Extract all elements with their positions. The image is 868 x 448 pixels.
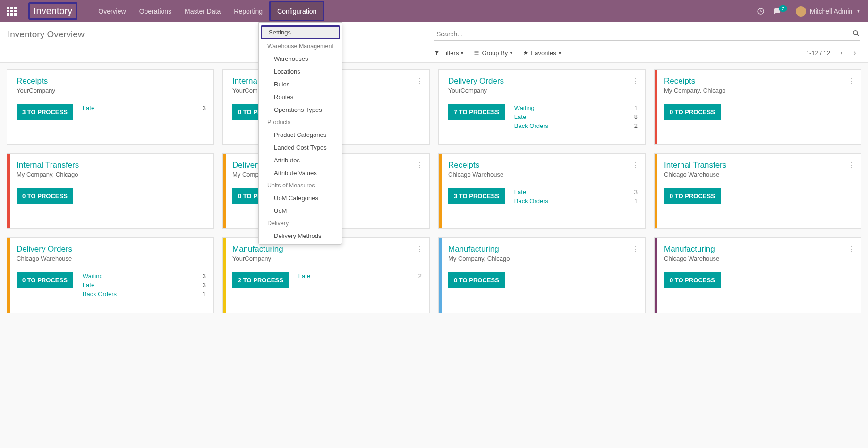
card-menu-icon[interactable]: ⋮ bbox=[632, 245, 639, 254]
stat-label: Back Orders bbox=[514, 122, 548, 129]
card-menu-icon[interactable]: ⋮ bbox=[200, 245, 208, 254]
card-stats: Waiting1Late8Back Orders2 bbox=[514, 104, 638, 131]
to-process-button[interactable]: 2 TO PROCESS bbox=[232, 272, 289, 288]
dropdown-item-warehouses[interactable]: Warehouses bbox=[259, 52, 342, 65]
favorites-button[interactable]: Favorites ▾ bbox=[523, 50, 561, 57]
nav-item-overview[interactable]: Overview bbox=[92, 0, 132, 22]
stat-value: 1 bbox=[203, 290, 206, 297]
card-title[interactable]: Receipts bbox=[17, 76, 206, 86]
nav-item-operations[interactable]: Operations bbox=[133, 0, 178, 22]
card-menu-icon[interactable]: ⋮ bbox=[416, 76, 424, 85]
filters-button[interactable]: Filters ▾ bbox=[434, 50, 463, 57]
dropdown-item-delivery-methods[interactable]: Delivery Methods bbox=[259, 229, 342, 242]
card-title[interactable]: Manufacturing bbox=[664, 245, 853, 254]
to-process-button[interactable]: 0 TO PROCESS bbox=[17, 272, 73, 288]
card-menu-icon[interactable]: ⋮ bbox=[848, 245, 855, 254]
card-stats bbox=[730, 188, 853, 204]
stat-row[interactable]: Late8 bbox=[514, 113, 638, 120]
card-title[interactable]: Manufacturing bbox=[232, 245, 422, 254]
apps-icon[interactable] bbox=[7, 7, 17, 16]
to-process-button[interactable]: 0 TO PROCESS bbox=[664, 272, 721, 288]
card-title[interactable]: Receipts bbox=[448, 161, 638, 170]
card-menu-icon[interactable]: ⋮ bbox=[200, 161, 208, 169]
kanban-card[interactable]: ReceiptsMy Company, Chicago⋮0 TO PROCESS bbox=[654, 69, 861, 145]
to-process-button[interactable]: 0 TO PROCESS bbox=[664, 104, 721, 120]
prev-page-button[interactable]: ‹ bbox=[836, 47, 847, 59]
stat-row[interactable]: Waiting1 bbox=[514, 104, 638, 111]
card-menu-icon[interactable]: ⋮ bbox=[848, 76, 855, 85]
caret-down-icon: ▼ bbox=[856, 8, 861, 14]
dropdown-item-locations[interactable]: Locations bbox=[259, 65, 342, 78]
to-process-button[interactable]: 3 TO PROCESS bbox=[17, 104, 73, 120]
kanban-card[interactable]: ManufacturingChicago Warehouse⋮0 TO PROC… bbox=[654, 237, 861, 313]
search-icon[interactable] bbox=[852, 30, 859, 38]
dropdown-item-uom-categories[interactable]: UoM Categories bbox=[259, 192, 342, 204]
navbar-right: 2 Mitchell Admin ▼ bbox=[757, 6, 861, 17]
kanban-card[interactable]: Internal TransfersMy Company, Chicago⋮0 … bbox=[7, 153, 214, 229]
stat-row[interactable]: Late3 bbox=[83, 104, 206, 111]
user-menu[interactable]: Mitchell Admin ▼ bbox=[796, 6, 861, 17]
search-input[interactable] bbox=[434, 28, 860, 41]
card-subtitle: Chicago Warehouse bbox=[664, 255, 853, 262]
kanban-card[interactable]: ManufacturingYourCompany⋮2 TO PROCESSLat… bbox=[222, 237, 430, 313]
kanban-card[interactable]: ReceiptsYourCompany⋮3 TO PROCESSLate3 bbox=[7, 69, 214, 145]
dropdown-item-attribute-values[interactable]: Attribute Values bbox=[259, 167, 342, 179]
stat-row[interactable]: Back Orders1 bbox=[83, 290, 206, 297]
stat-label: Late bbox=[514, 188, 526, 195]
stat-row[interactable]: Back Orders2 bbox=[514, 122, 638, 129]
kanban-card[interactable]: Internal TransfersChicago Warehouse⋮0 TO… bbox=[654, 153, 861, 229]
nav-item-reporting[interactable]: Reporting bbox=[227, 0, 269, 22]
stat-row[interactable]: Late2 bbox=[298, 272, 422, 279]
kanban-card[interactable]: ReceiptsChicago Warehouse⋮3 TO PROCESSLa… bbox=[438, 153, 646, 229]
to-process-button[interactable]: 0 TO PROCESS bbox=[448, 272, 505, 288]
card-body: 3 TO PROCESSLate3Back Orders1 bbox=[448, 188, 638, 206]
next-page-button[interactable]: › bbox=[849, 47, 860, 59]
to-process-button[interactable]: 0 TO PROCESS bbox=[664, 188, 721, 204]
to-process-button[interactable]: 0 TO PROCESS bbox=[17, 188, 73, 204]
dropdown-item-uom[interactable]: UoM bbox=[259, 204, 342, 217]
stat-row[interactable]: Late3 bbox=[83, 281, 206, 288]
caret-down-icon: ▾ bbox=[461, 51, 463, 56]
card-title[interactable]: Internal Transfers bbox=[17, 161, 206, 170]
card-menu-icon[interactable]: ⋮ bbox=[848, 161, 855, 169]
card-subtitle: Chicago Warehouse bbox=[448, 171, 638, 178]
card-title[interactable]: Receipts bbox=[664, 76, 853, 86]
card-menu-icon[interactable]: ⋮ bbox=[632, 161, 639, 169]
card-title[interactable]: Delivery Orders bbox=[448, 76, 638, 86]
brand[interactable]: Inventory bbox=[28, 2, 77, 20]
card-title[interactable]: Internal Transfers bbox=[664, 161, 853, 170]
messages-icon[interactable]: 2 bbox=[773, 7, 787, 16]
card-title[interactable]: Manufacturing bbox=[448, 245, 638, 254]
nav-item-master-data[interactable]: Master Data bbox=[178, 0, 227, 22]
caret-down-icon: ▾ bbox=[510, 51, 512, 56]
card-menu-icon[interactable]: ⋮ bbox=[416, 245, 424, 254]
card-stripe bbox=[7, 70, 10, 144]
dropdown-item-routes[interactable]: Routes bbox=[259, 91, 342, 103]
card-menu-icon[interactable]: ⋮ bbox=[632, 76, 639, 85]
card-title[interactable]: Delivery Orders bbox=[17, 245, 206, 254]
dropdown-item-product-categories[interactable]: Product Categories bbox=[259, 128, 342, 141]
stat-row[interactable]: Back Orders1 bbox=[514, 197, 638, 204]
card-stats bbox=[730, 104, 853, 120]
user-name: Mitchell Admin bbox=[810, 8, 852, 15]
card-subtitle: My Company, Chicago bbox=[17, 171, 206, 178]
dropdown-item-landed-cost-types[interactable]: Landed Cost Types bbox=[259, 141, 342, 154]
groupby-button[interactable]: Group By ▾ bbox=[474, 50, 512, 57]
kanban-card[interactable]: ManufacturingMy Company, Chicago⋮0 TO PR… bbox=[438, 237, 646, 313]
dropdown-item-operations-types[interactable]: Operations Types bbox=[259, 103, 342, 116]
kanban-card[interactable]: Delivery OrdersYourCompany⋮7 TO PROCESSW… bbox=[438, 69, 646, 145]
to-process-button[interactable]: 3 TO PROCESS bbox=[448, 188, 505, 204]
stat-value: 3 bbox=[634, 188, 638, 195]
dropdown-item-settings[interactable]: Settings bbox=[261, 25, 340, 39]
stat-value: 2 bbox=[418, 272, 422, 279]
stat-row[interactable]: Late3 bbox=[514, 188, 638, 195]
card-menu-icon[interactable]: ⋮ bbox=[416, 161, 424, 169]
to-process-button[interactable]: 7 TO PROCESS bbox=[448, 104, 505, 120]
stat-row[interactable]: Waiting3 bbox=[83, 272, 206, 279]
dropdown-item-attributes[interactable]: Attributes bbox=[259, 154, 342, 167]
card-menu-icon[interactable]: ⋮ bbox=[200, 76, 208, 85]
nav-item-configuration[interactable]: Configuration bbox=[269, 1, 324, 21]
dropdown-item-rules[interactable]: Rules bbox=[259, 78, 342, 91]
kanban-card[interactable]: Delivery OrdersChicago Warehouse⋮0 TO PR… bbox=[7, 237, 214, 313]
clock-icon[interactable] bbox=[757, 8, 765, 15]
